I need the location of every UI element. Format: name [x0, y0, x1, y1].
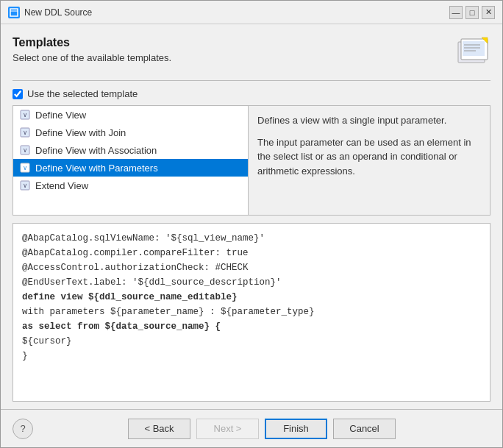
maximize-button[interactable]: □ — [465, 6, 479, 19]
footer-area: ? < Back Next > Finish Cancel — [1, 409, 502, 447]
description-line1: Defines a view with a single input param… — [257, 113, 481, 128]
svg-rect-0 — [10, 9, 18, 16]
code-line: @AccessControl.authorizationCheck: #CHEC… — [22, 260, 481, 275]
window-controls: — □ ✕ — [449, 6, 495, 19]
window-title: New DDL Source — [24, 7, 449, 18]
use-template-row: Use the selected template — [13, 88, 490, 99]
use-template-label[interactable]: Use the selected template — [27, 88, 138, 99]
help-button[interactable]: ? — [13, 419, 33, 439]
template-item-label: Define View with Association — [35, 145, 157, 156]
template-list: V Define View V Define View with Join V … — [13, 106, 249, 215]
code-line: } — [22, 349, 481, 363]
template-item[interactable]: V Extend View — [13, 177, 248, 194]
header-text: Templates Select one of the available te… — [13, 36, 446, 63]
template-item[interactable]: V Define View with Join — [13, 124, 248, 141]
template-item-label: Define View with Join — [35, 127, 126, 138]
next-button[interactable]: Next > — [196, 419, 259, 439]
template-item-icon: V — [19, 144, 31, 156]
template-item[interactable]: V Define View — [13, 106, 248, 124]
code-line: @EndUserText.label: '${ddl_source_descri… — [22, 275, 481, 290]
use-template-checkbox[interactable] — [13, 89, 23, 99]
minimize-button[interactable]: — — [449, 6, 463, 19]
code-line: with parameters ${parameter_name} : ${pa… — [22, 305, 481, 319]
back-button[interactable]: < Back — [128, 419, 190, 439]
header-section: Templates Select one of the available te… — [13, 36, 490, 71]
code-line: define view ${ddl_source_name_editable} — [22, 290, 481, 305]
title-bar: New DDL Source — □ ✕ — [1, 1, 502, 24]
template-item[interactable]: V Define View with Association — [13, 141, 248, 159]
code-line: @AbapCatalog.sqlViewName: '${sql_view_na… — [22, 231, 481, 246]
code-line: ${cursor} — [22, 334, 481, 349]
content-area: Templates Select one of the available te… — [1, 24, 502, 402]
close-button[interactable]: ✕ — [482, 6, 495, 19]
finish-button[interactable]: Finish — [265, 419, 327, 439]
header-icon — [455, 36, 490, 71]
templates-area: V Define View V Define View with Join V … — [13, 105, 490, 216]
template-item-icon: V — [19, 162, 31, 174]
template-description: Defines a view with a single input param… — [249, 106, 490, 215]
template-item-label: Define View with Parameters — [35, 163, 158, 174]
header-title: Templates — [13, 36, 446, 49]
footer-buttons: < Back Next > Finish Cancel — [33, 419, 490, 439]
code-line: @AbapCatalog.compiler.compareFilter: tru… — [22, 246, 481, 260]
header-divider — [13, 80, 490, 81]
template-item-icon: V — [19, 127, 31, 138]
template-item-icon: V — [19, 109, 31, 121]
window-icon — [8, 7, 20, 18]
code-line: as select from ${data_source_name} { — [22, 319, 481, 334]
description-line2: The input parameter can be used as an el… — [257, 135, 481, 179]
code-area: @AbapCatalog.sqlViewName: '${sql_view_na… — [13, 223, 490, 402]
header-subtitle: Select one of the available templates. — [13, 52, 446, 63]
template-item-icon: V — [19, 179, 31, 191]
svg-rect-4 — [463, 41, 485, 56]
template-list-items: V Define View V Define View with Join V … — [13, 106, 248, 194]
cancel-button[interactable]: Cancel — [333, 419, 396, 439]
template-item[interactable]: V Define View with Parameters — [13, 159, 248, 177]
window: New DDL Source — □ ✕ Templates Select on… — [0, 0, 503, 448]
template-item-label: Define View — [35, 110, 86, 121]
template-item-label: Extend View — [35, 180, 88, 191]
